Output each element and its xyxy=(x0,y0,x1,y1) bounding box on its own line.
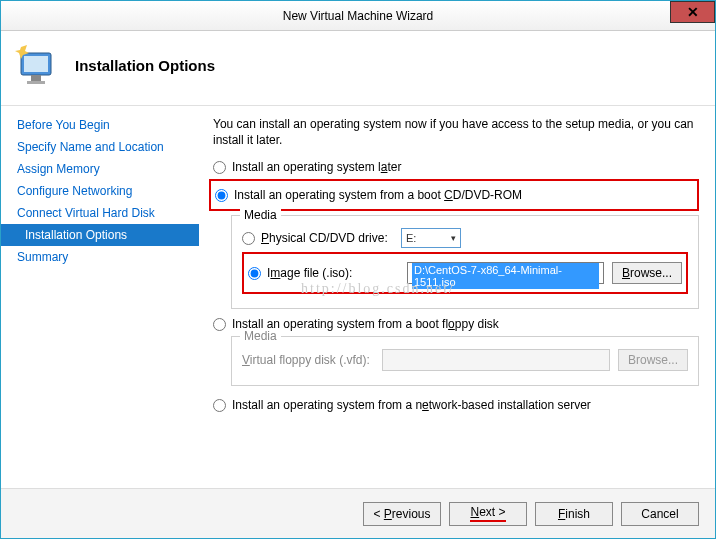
close-icon: ✕ xyxy=(687,4,699,20)
intro-text: You can install an operating system now … xyxy=(213,116,699,148)
image-file-row: Image file (.iso): D:\CentOS-7-x86_64-Mi… xyxy=(248,262,682,284)
wizard-icon xyxy=(13,41,61,89)
previous-button[interactable]: < Previous xyxy=(363,502,441,526)
browse-iso-button[interactable]: Browse... xyxy=(612,262,682,284)
media-legend: Media xyxy=(240,208,281,222)
physical-drive-row: Physical CD/DVD drive: E: ▾ xyxy=(242,228,688,248)
radio-install-floppy[interactable] xyxy=(213,318,226,331)
option-install-network[interactable]: Install an operating system from a netwo… xyxy=(213,398,699,412)
radio-physical-drive[interactable] xyxy=(242,232,255,245)
image-file-path: D:\CentOS-7-x86_64-Minimal-1511.iso xyxy=(412,263,599,289)
image-file-input[interactable]: D:\CentOS-7-x86_64-Minimal-1511.iso xyxy=(407,262,604,284)
highlight-iso-row: Image file (.iso): D:\CentOS-7-x86_64-Mi… xyxy=(242,252,688,294)
main-panel: You can install an operating system now … xyxy=(199,106,715,506)
highlight-cd-option: Install an operating system from a boot … xyxy=(209,179,699,211)
cancel-button[interactable]: Cancel xyxy=(621,502,699,526)
browse-vfd-button: Browse... xyxy=(618,349,688,371)
chevron-down-icon: ▾ xyxy=(451,233,456,243)
sidebar-item-connect-vhd[interactable]: Connect Virtual Hard Disk xyxy=(1,202,199,224)
physical-drive-value: E: xyxy=(406,232,416,244)
svg-rect-2 xyxy=(31,75,41,81)
sidebar-item-before-you-begin[interactable]: Before You Begin xyxy=(1,114,199,136)
svg-rect-1 xyxy=(24,56,48,72)
sidebar: Before You Begin Specify Name and Locati… xyxy=(1,106,199,506)
wizard-footer: < Previous Next > Finish Cancel xyxy=(1,488,715,538)
next-button[interactable]: Next > xyxy=(449,502,527,526)
option-install-floppy[interactable]: Install an operating system from a boot … xyxy=(213,317,699,331)
titlebar: New Virtual Machine Wizard ✕ xyxy=(1,1,715,31)
option-install-cd-label: Install an operating system from a boot … xyxy=(234,188,522,202)
sidebar-item-configure-networking[interactable]: Configure Networking xyxy=(1,180,199,202)
radio-install-network[interactable] xyxy=(213,399,226,412)
media-fieldset-floppy: Media Virtual floppy disk (.vfd): Browse… xyxy=(231,336,699,386)
physical-drive-label: Physical CD/DVD drive: xyxy=(261,231,401,245)
sidebar-item-assign-memory[interactable]: Assign Memory xyxy=(1,158,199,180)
close-button[interactable]: ✕ xyxy=(670,1,715,23)
media-fieldset-cd: Media Physical CD/DVD drive: E: ▾ Image … xyxy=(231,215,699,309)
sidebar-item-installation-options[interactable]: Installation Options xyxy=(1,224,199,246)
physical-drive-dropdown[interactable]: E: ▾ xyxy=(401,228,461,248)
sidebar-item-summary[interactable]: Summary xyxy=(1,246,199,268)
svg-rect-3 xyxy=(27,81,45,84)
option-install-later-label: Install an operating system later xyxy=(232,160,401,174)
radio-image-file[interactable] xyxy=(248,267,261,280)
radio-install-cd[interactable] xyxy=(215,189,228,202)
option-install-later[interactable]: Install an operating system later xyxy=(213,160,699,174)
finish-button[interactable]: Finish xyxy=(535,502,613,526)
window-title: New Virtual Machine Wizard xyxy=(283,9,434,23)
option-install-cd[interactable]: Install an operating system from a boot … xyxy=(215,188,693,202)
sidebar-item-specify-name[interactable]: Specify Name and Location xyxy=(1,136,199,158)
vfd-label: Virtual floppy disk (.vfd): xyxy=(242,353,382,367)
wizard-header: Installation Options xyxy=(1,31,715,106)
radio-install-later[interactable] xyxy=(213,161,226,174)
option-install-network-label: Install an operating system from a netwo… xyxy=(232,398,591,412)
floppy-legend: Media xyxy=(240,329,281,343)
wizard-body: Before You Begin Specify Name and Locati… xyxy=(1,106,715,506)
page-title: Installation Options xyxy=(75,57,215,74)
vfd-input xyxy=(382,349,610,371)
vfd-row: Virtual floppy disk (.vfd): Browse... xyxy=(242,349,688,371)
image-file-label: Image file (.iso): xyxy=(267,266,407,280)
